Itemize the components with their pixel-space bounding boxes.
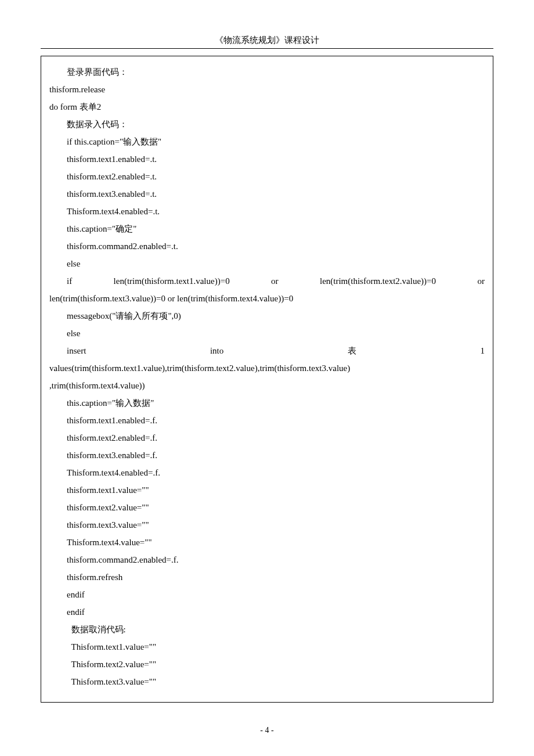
page-number: - 4 -: [0, 726, 534, 735]
code-token: insert: [67, 342, 86, 359]
code-line-justified: insert into 表 1: [49, 342, 485, 359]
code-line: Thisform.text4.enabled=.f.: [49, 464, 485, 481]
code-line: if this.caption="输入数据": [49, 133, 485, 150]
code-line: thisform.text3.value="": [49, 516, 485, 534]
code-line-justified: if len(trim(thisform.text1.value))=0 or …: [49, 272, 485, 290]
code-line: thisform.command2.enabled=.f.: [49, 551, 485, 568]
code-line: thisform.release: [49, 81, 485, 98]
code-line: endif: [49, 586, 485, 603]
code-line: Thisform.text1.value="": [49, 638, 485, 656]
code-token: 1: [481, 342, 485, 359]
code-line: 数据取消代码:: [49, 621, 485, 638]
code-line: this.caption="输入数据": [49, 394, 485, 412]
code-content-box: 登录界面代码： thisform.release do form 表单2 数据录…: [41, 56, 493, 703]
code-line: thisform.text2.value="": [49, 499, 485, 516]
code-line: Thisform.text3.value="": [49, 673, 485, 690]
code-line: Thisform.text2.value="": [49, 656, 485, 673]
code-line: thisform.text2.enabled=.t.: [49, 168, 485, 185]
code-line: thisform.text1.enabled=.t.: [49, 150, 485, 168]
code-line: else: [49, 325, 485, 342]
code-token: or: [477, 272, 485, 290]
code-line: do form 表单2: [49, 98, 485, 116]
code-line: len(trim(thisform.text3.value))=0 or len…: [49, 290, 485, 307]
code-line: Thisform.text4.value="": [49, 534, 485, 551]
code-line: Thisform.text4.enabled=.t.: [49, 203, 485, 220]
header-rule: [41, 48, 493, 49]
code-token: or: [271, 272, 279, 290]
code-line: messagebox("请输入所有项",0): [49, 307, 485, 325]
code-line: thisform.text2.enabled=.f.: [49, 429, 485, 447]
code-line: values(trim(thisform.text1.value),trim(t…: [49, 359, 485, 377]
code-token: if: [67, 272, 72, 290]
code-line: thisform.text1.enabled=.f.: [49, 412, 485, 429]
code-line: thisform.text3.enabled=.t.: [49, 185, 485, 203]
code-line: thisform.command2.enabled=.t.: [49, 237, 485, 255]
page-header: 《物流系统规划》课程设计: [41, 35, 493, 46]
code-line: 数据录入代码：: [49, 116, 485, 133]
code-token: len(trim(thisform.text2.value))=0: [320, 272, 436, 290]
code-line: thisform.text1.value="": [49, 481, 485, 499]
code-line: thisform.refresh: [49, 568, 485, 586]
code-line: 登录界面代码：: [49, 63, 485, 81]
code-line: this.caption="确定": [49, 220, 485, 237]
code-line: ,trim(thisform.text4.value)): [49, 377, 485, 394]
page: 《物流系统规划》课程设计 登录界面代码： thisform.release do…: [0, 0, 534, 726]
code-line: endif: [49, 603, 485, 621]
code-line: else: [49, 255, 485, 272]
code-token: 表: [348, 342, 356, 359]
code-token: into: [210, 342, 223, 359]
code-token: len(trim(thisform.text1.value))=0: [114, 272, 230, 290]
code-line: thisform.text3.enabled=.f.: [49, 447, 485, 464]
